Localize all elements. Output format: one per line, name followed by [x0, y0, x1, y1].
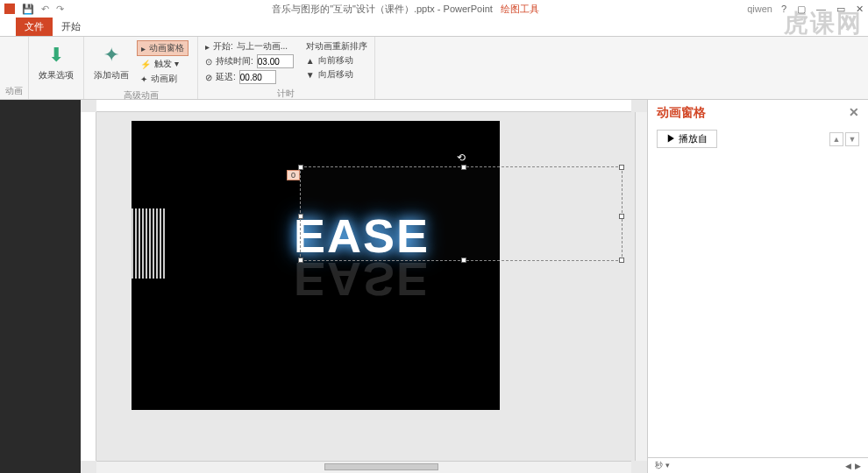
animation-list[interactable]: [648, 152, 868, 457]
move-later-button[interactable]: ▼ 向后移动: [306, 68, 367, 81]
move-up-icon[interactable]: ▲: [829, 132, 843, 146]
maximize-icon[interactable]: ▭: [836, 4, 845, 15]
duration-input[interactable]: [257, 54, 294, 68]
scrollbar-vertical[interactable]: [635, 112, 647, 461]
effect-options-button[interactable]: ⬇ 效果选项: [34, 39, 78, 86]
handle[interactable]: [619, 214, 624, 219]
animation-pane: 动画窗格 ✕ ▶ 播放自 ▲▼ 秒 ▾ ◀ ▶: [647, 100, 868, 473]
undo-icon[interactable]: ↶: [41, 4, 49, 15]
selection-box[interactable]: ⟲: [300, 166, 623, 261]
delay-row: ⊘ 延迟:: [205, 70, 294, 84]
handle[interactable]: [461, 258, 466, 263]
delay-input[interactable]: [239, 70, 276, 84]
handle[interactable]: [619, 258, 624, 263]
handle[interactable]: [298, 214, 303, 219]
animation-tag[interactable]: 0: [287, 170, 300, 180]
app-logo: [4, 4, 15, 14]
save-icon[interactable]: 💾: [22, 4, 34, 15]
window-title: 音乐与图形的"互动"设计（课件）.pptx - PowerPoint 绘图工具: [64, 3, 747, 16]
animation-painter-button[interactable]: ✦动画刷: [137, 72, 189, 86]
close-icon[interactable]: ✕: [856, 4, 864, 15]
help-icon[interactable]: ?: [781, 4, 786, 15]
handle[interactable]: [298, 258, 303, 263]
ribbon-options-icon[interactable]: ▢: [797, 4, 806, 15]
redo-icon[interactable]: ↷: [56, 4, 64, 15]
reorder-label: 对动画重新排序: [306, 40, 367, 53]
tab-开始[interactable]: 开始: [53, 18, 89, 36]
scrollbar-horizontal[interactable]: [96, 461, 631, 473]
timeline-scroll-left-icon[interactable]: ◀: [845, 462, 851, 470]
workspace: EASE EASE 0 ⟲ 动画窗格 ✕ ▶ 播放自 ▲▼ 秒 ▾: [0, 100, 868, 473]
window-controls: ? ▢ — ▭ ✕: [781, 4, 864, 15]
timeline-ruler: 秒 ▾ ◀ ▶: [648, 457, 868, 473]
handle[interactable]: [619, 165, 624, 170]
slide-canvas[interactable]: EASE EASE: [132, 121, 500, 410]
close-pane-icon[interactable]: ✕: [849, 105, 859, 121]
ruler-horizontal: [96, 100, 631, 112]
trigger-button[interactable]: ⚡触发 ▾: [137, 57, 189, 71]
animation-pane-button[interactable]: ▸动画窗格: [137, 40, 189, 56]
ribbon: 动画 ⬇ 效果选项 ✦ 添加动画 ▸动画窗格 ⚡触发 ▾ ✦动画刷 高级动画 ▸…: [0, 37, 868, 100]
duration-row: ⊙ 持续时间:: [205, 54, 294, 68]
ruler-vertical: [81, 112, 96, 461]
stripes-shape[interactable]: [132, 208, 167, 279]
group-label-anim: 动画: [5, 83, 23, 97]
title-bar: 💾 ↶ ↷ 音乐与图形的"互动"设计（课件）.pptx - PowerPoint…: [0, 0, 868, 18]
arrow-down-icon: ⬇: [48, 44, 64, 67]
quick-access-toolbar[interactable]: 💾 ↶ ↷: [22, 4, 64, 15]
star-plus-icon: ✦: [103, 44, 119, 67]
seconds-dropdown[interactable]: 秒 ▾: [655, 460, 670, 471]
ribbon-tabs: 文件 开始: [0, 18, 868, 37]
handle[interactable]: [461, 165, 466, 170]
move-earlier-button[interactable]: ▲ 向前移动: [306, 54, 367, 67]
add-animation-button[interactable]: ✦ 添加动画: [89, 39, 133, 86]
rotate-handle-icon[interactable]: ⟲: [457, 152, 466, 164]
canvas-area[interactable]: EASE EASE 0 ⟲: [81, 100, 647, 473]
tab-file[interactable]: 文件: [16, 18, 53, 36]
group-label-timing: 计时: [203, 86, 369, 100]
user-label: qiwen: [747, 4, 772, 14]
scroll-thumb[interactable]: [324, 463, 438, 470]
minimize-icon[interactable]: —: [816, 4, 826, 15]
timeline-scroll-right-icon[interactable]: ▶: [855, 462, 861, 470]
slide-thumbnails[interactable]: [0, 100, 81, 473]
animation-pane-title: 动画窗格: [657, 105, 706, 121]
start-row: ▸ 开始: 与上一动画...: [205, 40, 294, 53]
play-from-button[interactable]: ▶ 播放自: [657, 130, 717, 148]
move-down-icon[interactable]: ▼: [845, 132, 859, 146]
handle[interactable]: [298, 165, 303, 170]
